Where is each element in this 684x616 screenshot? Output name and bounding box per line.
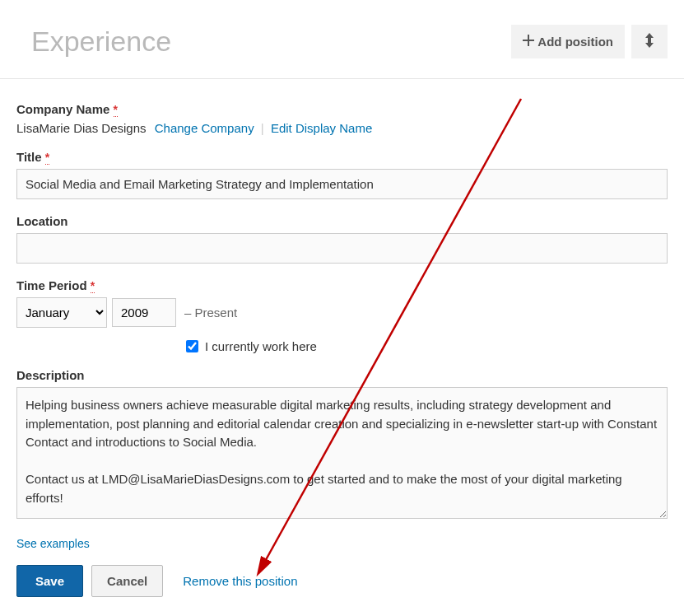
action-button-row: Save Cancel Remove this position — [16, 565, 668, 597]
company-value-row: LisaMarie Dias Designs Change Company | … — [16, 121, 668, 135]
currently-work-label: I currently work here — [205, 339, 317, 353]
currently-work-checkbox[interactable] — [186, 340, 198, 352]
year-input[interactable] — [112, 298, 176, 327]
location-field: Location — [16, 214, 668, 264]
required-marker: * — [114, 103, 118, 117]
remove-position-link[interactable]: Remove this position — [183, 574, 297, 588]
time-period-label: Time Period * — [16, 278, 668, 292]
description-field: Description Helping business owners achi… — [16, 368, 668, 521]
required-marker: * — [45, 151, 49, 165]
title-input[interactable] — [16, 169, 668, 199]
experience-form: Company Name * LisaMarie Dias Designs Ch… — [0, 79, 684, 614]
add-position-button[interactable]: Add position — [511, 25, 625, 58]
company-name-label: Company Name * — [16, 102, 668, 116]
save-button[interactable]: Save — [16, 565, 83, 597]
time-period-field: Time Period * January – Present I curren… — [16, 278, 668, 353]
link-divider: | — [261, 121, 264, 135]
plus-icon — [523, 35, 534, 49]
company-name-value: LisaMarie Dias Designs — [16, 121, 147, 135]
location-input[interactable] — [16, 233, 668, 264]
title-label: Title * — [16, 150, 668, 164]
month-select[interactable]: January — [16, 297, 107, 328]
currently-work-row: I currently work here — [186, 339, 668, 353]
edit-display-name-link[interactable]: Edit Display Name — [271, 121, 372, 135]
description-label: Description — [16, 368, 668, 382]
page-title: Experience — [31, 26, 171, 58]
present-text: – Present — [184, 306, 237, 320]
header-buttons: Add position — [511, 25, 668, 58]
cancel-button[interactable]: Cancel — [91, 565, 163, 597]
add-position-label: Add position — [537, 35, 613, 49]
see-examples-link[interactable]: See examples — [16, 537, 90, 550]
required-marker: * — [91, 279, 95, 293]
time-period-row: January – Present — [16, 297, 668, 328]
description-textarea[interactable]: Helping business owners achieve measurab… — [16, 387, 668, 519]
reorder-button[interactable] — [631, 25, 668, 58]
title-field: Title * — [16, 150, 668, 199]
company-name-field: Company Name * LisaMarie Dias Designs Ch… — [16, 102, 668, 135]
change-company-link[interactable]: Change Company — [155, 121, 254, 135]
reorder-arrows-icon — [644, 33, 654, 50]
header-bar: Experience Add position — [0, 0, 684, 79]
location-label: Location — [16, 214, 668, 228]
